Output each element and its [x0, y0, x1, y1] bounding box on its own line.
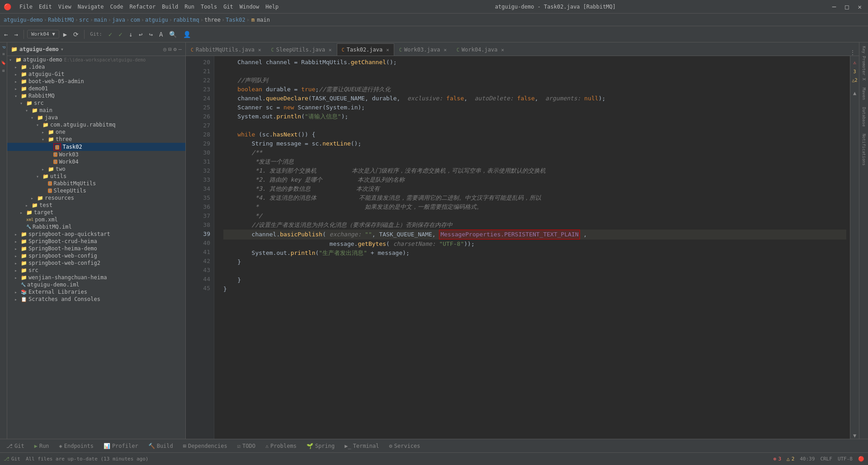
tree-springboot-heima[interactable]: ▸ 📁 SpringBoot-heima-demo [7, 245, 185, 252]
encoding-indicator[interactable]: UTF-8 [838, 456, 853, 462]
git-redo[interactable]: ↪ [147, 29, 155, 39]
tree-task02[interactable]: C Task02 [7, 143, 185, 151]
project-icon[interactable]: P [0, 44, 7, 50]
tree-demo01[interactable]: ▸ 📁 demo01 [7, 85, 185, 92]
breadcrumb-module[interactable]: RabbitMQ [48, 17, 74, 23]
database-tab[interactable]: Database [862, 107, 866, 127]
tab-close-task02[interactable]: ✕ [386, 47, 389, 53]
indent-indicator[interactable]: 🔴 [858, 456, 864, 462]
user-icon[interactable]: 👤 [181, 29, 193, 39]
tree-src2[interactable]: ▸ 📁 src [7, 267, 185, 274]
git-pull[interactable]: ↓ [127, 29, 135, 39]
terminal-bottom-tab[interactable]: ▶_ Terminal [340, 442, 383, 451]
tree-main[interactable]: ▾ 📁 main [7, 107, 185, 114]
scroll-up[interactable]: ▲ [853, 90, 856, 96]
breadcrumb-rabbitmq[interactable]: rabbitmq [173, 17, 199, 23]
tree-three[interactable]: ▾ 📁 three [7, 136, 185, 143]
scroll-down[interactable]: ▼ [853, 432, 856, 439]
tree-sleeputils[interactable]: C SleepUtils [7, 187, 185, 194]
collapse-button[interactable]: ⊟ [168, 46, 171, 52]
tab-close-sleeputils[interactable]: ✕ [329, 47, 332, 53]
tree-springboot-crud[interactable]: ▸ 📁 SpringBoot-crud-heima [7, 238, 185, 245]
profiler-bottom-tab[interactable]: 📊 Profiler [99, 442, 143, 451]
git-bottom-tab[interactable]: ⎇ Git [2, 442, 29, 451]
menu-edit[interactable]: Edit [36, 3, 55, 11]
breadcrumb-main[interactable]: main [94, 17, 107, 23]
problems-bottom-tab[interactable]: ⚠ Problems [261, 442, 301, 451]
dropdown-arrow[interactable]: ▾ [61, 46, 64, 52]
tree-atguigu-git[interactable]: ▸ 📁 atguigu-Git [7, 70, 185, 78]
translate-button[interactable]: A [157, 29, 165, 39]
tab-task02[interactable]: C Task02.java ✕ [337, 43, 394, 56]
tab-close-rabbitmqutils[interactable]: ✕ [258, 47, 261, 53]
close-panel[interactable]: — [179, 46, 182, 52]
menu-build[interactable]: Build [159, 3, 181, 11]
tree-springboot-aop[interactable]: ▸ 📁 springboot-aop-quickstart [7, 230, 185, 238]
tree-test[interactable]: ▸ 📁 test [7, 202, 185, 209]
tree-options[interactable]: ⚙ [174, 46, 177, 52]
build-bottom-tab[interactable]: 🔨 Build [144, 442, 178, 451]
tree-scratches[interactable]: ▸ 📋 Scratches and Consoles [7, 296, 185, 303]
key-promoter-tab[interactable]: Key Promoter X [862, 46, 866, 80]
tree-atguigu-iml[interactable]: 🔧 atguigu-demo.iml [7, 281, 185, 288]
tree-springboot-web2[interactable]: ▸ 📁 springboot-web-config2 [7, 259, 185, 267]
search-button[interactable]: 🔍 [167, 29, 179, 39]
git-undo[interactable]: ↩ [137, 29, 145, 39]
menu-window[interactable]: Window [237, 3, 262, 11]
tree-ext-libs[interactable]: ▸ 📚 External Libraries [7, 288, 185, 296]
dependencies-bottom-tab[interactable]: ⊞ Dependencies [179, 442, 232, 451]
menu-tools[interactable]: Tools [198, 3, 220, 11]
tab-rabbitmqutils[interactable]: C RabbitMqUtils.java ✕ [186, 43, 266, 56]
refresh-button[interactable]: ⟳ [71, 29, 81, 39]
menu-run[interactable]: Run [182, 3, 197, 11]
tree-com-pkg[interactable]: ▾ 📁 com.atguigu.rabbitmq [7, 121, 185, 128]
tree-utils[interactable]: ▾ 📁 utils [7, 173, 185, 180]
tree-java[interactable]: ▾ 📁 java [7, 114, 185, 121]
tree-rabbitmq[interactable]: ▾ 📁 RabbitMQ [7, 92, 185, 99]
code-content[interactable]: Channel channel = RabbitMqUtils.getChann… [220, 56, 850, 439]
menu-file[interactable]: File [17, 3, 35, 11]
git-status[interactable]: ⎇ Git [4, 456, 20, 462]
breadcrumb-src[interactable]: src [79, 17, 89, 23]
menu-view[interactable]: View [56, 3, 74, 11]
tree-target[interactable]: ▸ 📁 target [7, 209, 185, 216]
tree-src[interactable]: ▾ 📁 src [7, 99, 185, 107]
tree-wenjian[interactable]: ▸ 📁 wenjian-shangchuan-heima [7, 274, 185, 281]
run-build-button[interactable]: ▶ [61, 29, 69, 39]
commit-icon[interactable]: ≡ [0, 51, 7, 57]
locate-button[interactable]: ◎ [163, 46, 166, 52]
git-push[interactable]: ✓ [116, 29, 124, 39]
tree-rabbitmqutils[interactable]: C RabbitMqUtils [7, 180, 185, 187]
breadcrumb-main[interactable]: main [257, 17, 270, 23]
maximize-button[interactable]: □ [842, 2, 851, 11]
back-button[interactable]: ← [2, 29, 10, 39]
line-ending-indicator[interactable]: CRLF [820, 456, 832, 462]
tree-work04[interactable]: C Work04 [7, 158, 185, 165]
tab-work04[interactable]: C Work04.java ✕ [452, 43, 509, 56]
tree-work03[interactable]: C Work03 [7, 151, 185, 158]
breadcrumb-com[interactable]: com [130, 17, 140, 23]
git-check[interactable]: ✓ [106, 29, 114, 39]
close-button[interactable]: ✕ [855, 2, 864, 11]
menu-refactor[interactable]: Refactor [127, 3, 158, 11]
breadcrumb-project[interactable]: atguigu-demo [4, 17, 43, 23]
tree-boot-web[interactable]: ▸ 📁 boot-web-05-admin [7, 78, 185, 85]
tree-two[interactable]: ▸ 📁 two [7, 165, 185, 173]
menu-navigate[interactable]: Navigate [75, 3, 107, 11]
structure-icon[interactable]: ⊞ [0, 68, 7, 74]
position-indicator[interactable]: 40:39 [800, 456, 815, 462]
menu-git[interactable]: Git [221, 3, 236, 11]
tree-root[interactable]: ▾ 📁 atguigu-demo E:\idea-workspace\atgui… [7, 56, 185, 63]
minimize-button[interactable]: ─ [830, 2, 839, 11]
error-count[interactable]: ⊗ 3 [774, 456, 781, 462]
tree-springboot-web[interactable]: ▸ 📁 springboot-web-config [7, 252, 185, 259]
services-bottom-tab[interactable]: ⚙ Services [385, 442, 425, 451]
run-bottom-tab[interactable]: ▶ Run [30, 442, 54, 451]
endpoints-bottom-tab[interactable]: ◈ Endpoints [55, 442, 98, 451]
build-config-dropdown[interactable]: Work04 ▼ [27, 30, 59, 38]
forward-button[interactable]: → [12, 29, 20, 39]
tree-idea[interactable]: ▸ 📁 .idea [7, 63, 185, 70]
notifications-tab[interactable]: Notifications [862, 134, 866, 165]
todo-bottom-tab[interactable]: ☑ TODO [233, 442, 260, 451]
tree-rabbitmq-iml[interactable]: 🔧 RabbitMQ.iml [7, 223, 185, 230]
